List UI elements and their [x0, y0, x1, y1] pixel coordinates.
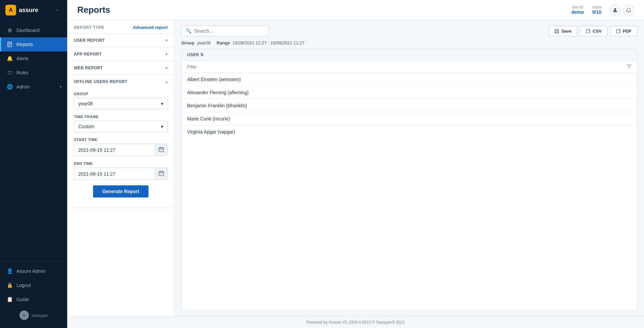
notifications-button[interactable]: [623, 5, 634, 15]
search-input[interactable]: [194, 28, 264, 34]
logo-icon: A: [5, 5, 16, 15]
guide-icon: 📋: [6, 296, 13, 303]
saasyan-icon: s: [19, 311, 29, 320]
sidebar-item-assure-admin[interactable]: 👤 Assure Admin: [0, 264, 67, 278]
sidebar-item-guide[interactable]: 📋 Guide: [0, 292, 67, 306]
end-time-input[interactable]: [74, 169, 155, 179]
sidebar-bottom: 👤 Assure Admin 🔒 Logout 📋 Guide s saasya…: [0, 261, 67, 328]
header-right: Site ID demo Users 9/10: [571, 5, 634, 15]
svg-point-4: [614, 8, 616, 10]
group-select-chevron-icon: ▾: [161, 101, 163, 106]
sidebar-item-label-admin: Admin: [16, 84, 30, 89]
admin-icon: 🌐: [6, 83, 13, 90]
user-report-section: USER REPORT ▾: [67, 34, 174, 47]
filter-input[interactable]: [187, 63, 627, 71]
table-row[interactable]: Benjamin Franklin (bfranklin): [182, 99, 637, 112]
group-meta-label: Group: [181, 40, 195, 45]
sidebar-item-dashboard[interactable]: ⊞ Dashboard: [0, 23, 67, 37]
sidebar-item-label-guide: Guide: [16, 297, 29, 302]
save-label: Save: [561, 29, 571, 34]
user-column-header[interactable]: USER ⇅: [187, 52, 204, 57]
content-area: Report type Advanced report USER REPORT …: [67, 20, 644, 316]
rules-icon: 🛡: [6, 69, 13, 76]
sort-icon: ⇅: [200, 52, 204, 57]
start-time-input-container: [74, 144, 168, 156]
search-box: 🔍: [181, 26, 269, 36]
web-report-title: WEB REPORT: [74, 66, 103, 70]
web-report-section: WEB REPORT ▾: [67, 61, 174, 75]
start-time-calendar-button[interactable]: [155, 144, 167, 156]
group-meta-value: year08: [197, 40, 211, 45]
csv-button[interactable]: CSV: [580, 26, 607, 36]
svg-rect-5: [159, 148, 164, 152]
web-report-header[interactable]: WEB REPORT ▾: [67, 61, 174, 75]
table-row[interactable]: Albert Einstein (aeinstein): [182, 73, 637, 86]
right-panel: 🔍 Save CSV PDF: [175, 20, 644, 316]
app-report-chevron-icon: ▾: [166, 52, 168, 57]
sidebar-item-logout[interactable]: 🔒 Logout: [0, 278, 67, 292]
table-row[interactable]: Marie Curie (mcurie): [182, 112, 637, 125]
sidebar-item-label-logout: Logout: [16, 283, 31, 288]
generate-report-button[interactable]: Generate Report: [93, 185, 149, 197]
report-meta: Group year08 Range 15/09/2021 11:27 - 15…: [181, 40, 637, 45]
offline-users-report-body: GROUP year08 ▾ TIME FRAME Custom ▾: [67, 88, 174, 208]
sidebar-item-label-rules: Rules: [16, 70, 29, 75]
users-value: 9/10: [592, 9, 601, 15]
left-panel: Report type Advanced report USER REPORT …: [67, 20, 175, 316]
user-report-header[interactable]: USER REPORT ▾: [67, 34, 174, 47]
sidebar-item-label-dashboard: Dashboard: [16, 28, 40, 33]
end-time-form-group: END TIME: [74, 161, 168, 180]
sidebar-item-alerts[interactable]: 🔔 Alerts: [0, 51, 67, 66]
sidebar: A assure ← ⊞ Dashboard Reports 🔔 Alerts …: [0, 0, 67, 328]
svg-rect-2: [8, 44, 11, 44]
time-frame-select[interactable]: Custom ▾: [74, 121, 168, 132]
pdf-button[interactable]: PDF: [610, 26, 637, 36]
end-time-input-container: [74, 168, 168, 180]
offline-users-report-chevron-icon: ▴: [166, 79, 168, 84]
filter-icon: [627, 64, 632, 70]
search-icon: 🔍: [186, 28, 191, 34]
table-row[interactable]: Virginia Apgar (vapgar): [182, 125, 637, 138]
sidebar-item-rules[interactable]: 🛡 Rules: [0, 66, 67, 80]
group-label: GROUP: [74, 92, 168, 96]
site-id-label: Site ID: [571, 5, 584, 9]
sidebar-item-reports[interactable]: Reports: [0, 37, 67, 51]
site-id-container: Site ID demo: [571, 5, 584, 15]
admin-chevron-icon: ▾: [60, 85, 62, 89]
alerts-icon: 🔔: [6, 55, 13, 62]
report-table: USER ⇅ Albert Einstein (aeinstein)Alexan…: [181, 49, 637, 311]
saasyan-label: saasyan: [32, 313, 48, 318]
sidebar-collapse-button[interactable]: ←: [54, 6, 62, 14]
save-button[interactable]: Save: [549, 26, 577, 36]
start-time-input[interactable]: [74, 145, 155, 155]
table-row[interactable]: Alexander Fleming (afleming): [182, 86, 637, 99]
report-type-label: Report type: [74, 25, 104, 30]
end-time-label: END TIME: [74, 161, 168, 166]
user-column-label: USER: [187, 52, 199, 57]
time-frame-select-value: Custom: [78, 124, 94, 129]
table-header-row: USER ⇅: [182, 49, 637, 61]
pdf-label: PDF: [623, 29, 632, 34]
sidebar-item-admin[interactable]: 🌐 Admin ▾: [0, 80, 67, 94]
time-frame-select-chevron-icon: ▾: [161, 124, 163, 129]
user-avatar-button[interactable]: [610, 5, 620, 15]
offline-users-report-section: OFFLINE USERS REPORT ▴ GROUP year08 ▾ T: [67, 75, 174, 208]
svg-rect-3: [8, 45, 10, 45]
top-header: Reports Site ID demo Users 9/10: [67, 0, 644, 20]
assure-admin-icon: 👤: [6, 268, 13, 275]
svg-rect-7: [555, 32, 558, 33]
action-buttons: Save CSV PDF: [549, 26, 637, 36]
offline-users-report-header[interactable]: OFFLINE USERS REPORT ▴: [67, 75, 174, 88]
header-icons: [610, 5, 634, 15]
sidebar-logo: A assure ←: [0, 0, 67, 21]
time-frame-form-group: TIME FRAME Custom ▾: [74, 115, 168, 132]
app-report-header[interactable]: APP REPORT ▾: [67, 47, 174, 61]
end-time-calendar-button[interactable]: [155, 168, 167, 180]
advanced-report-link[interactable]: Advanced report: [133, 25, 168, 30]
group-select[interactable]: year08 ▾: [74, 98, 168, 109]
start-time-form-group: START TIME: [74, 138, 168, 156]
sidebar-item-label-reports: Reports: [16, 42, 33, 47]
page-title: Reports: [77, 5, 110, 15]
sidebar-item-label-assure-admin: Assure Admin: [16, 268, 45, 274]
report-type-header: Report type Advanced report: [67, 20, 174, 34]
